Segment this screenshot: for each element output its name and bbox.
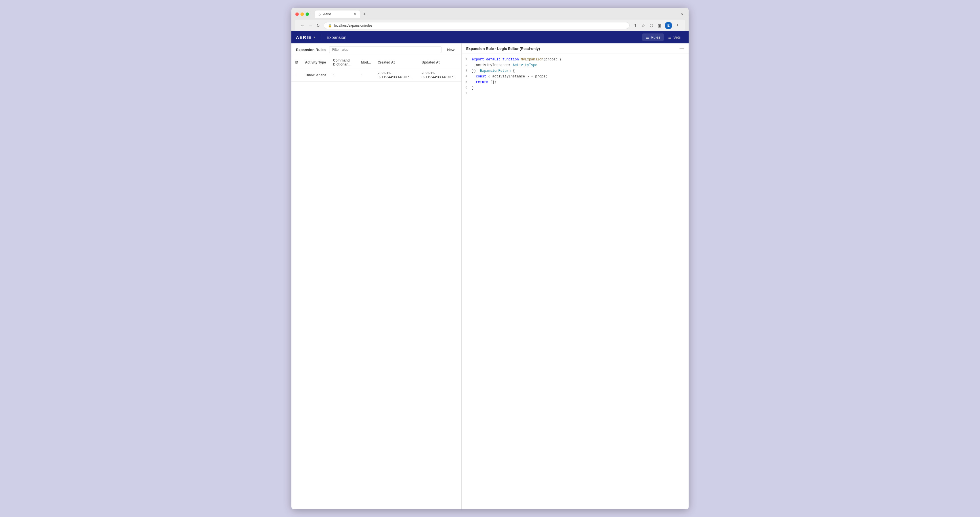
- line-number: 1: [461, 57, 472, 61]
- code-line: 3}): ExpansionReturn {: [461, 69, 689, 74]
- table-body: 1 ThrowBanana 1 1 2022-11-09T19:44:33.44…: [291, 69, 461, 82]
- rules-table: ID Activity Type Command Dictionar... Mo…: [291, 56, 461, 82]
- app-section-title: Expansion: [326, 35, 347, 40]
- code-editor: 1export default function MyExpansion(pro…: [461, 54, 689, 509]
- back-button[interactable]: ←: [299, 23, 305, 29]
- bookmark-button[interactable]: ☆: [640, 23, 646, 29]
- header-nav: ☰ Rules ☰ Sets: [642, 33, 684, 41]
- sets-label: Sets: [673, 35, 681, 40]
- share-button[interactable]: ⬆: [632, 23, 638, 29]
- rules-label: Rules: [651, 35, 660, 40]
- app-logo[interactable]: AERIE ▾: [296, 35, 315, 40]
- right-panel: Expansion Rule - Logic Editor (Read-only…: [461, 43, 689, 509]
- line-content: }: [472, 86, 689, 90]
- browser-tab[interactable]: ◇ Aerie ×: [315, 11, 360, 18]
- browser-chrome: ◇ Aerie × + ∨ ← → ↻ 🔒 localhost/expansio…: [291, 8, 689, 31]
- line-number: 6: [461, 86, 472, 89]
- filter-rules-input[interactable]: [329, 46, 441, 53]
- cell-mod: 1: [358, 69, 374, 82]
- line-number: 7: [461, 92, 472, 95]
- cell-id: 1: [291, 69, 302, 82]
- line-number: 2: [461, 63, 472, 67]
- editor-title: Expansion Rule - Logic Editor (Read-only…: [466, 46, 540, 51]
- tab-bar: ◇ Aerie × +: [315, 11, 678, 18]
- traffic-light-yellow[interactable]: [301, 13, 304, 16]
- line-number: 4: [461, 75, 472, 78]
- line-content: return [];: [472, 80, 689, 84]
- left-panel: Expansion Rules New ID Activity Type Com…: [291, 43, 461, 509]
- tab-title: Aerie: [323, 12, 331, 16]
- address-input[interactable]: 🔒 localhost/expansion/rules: [324, 22, 630, 29]
- code-line: 7: [461, 91, 689, 97]
- toolbar-actions: ⬆ ☆ ⬡ ▣ E ⋮: [632, 22, 681, 29]
- tab-close-button[interactable]: ×: [354, 13, 356, 16]
- app-header: AERIE ▾ Expansion ☰ Rules ☰ Sets: [291, 31, 689, 43]
- logo-chevron-icon: ▾: [313, 36, 315, 39]
- app-content: AERIE ▾ Expansion ☰ Rules ☰ Sets: [291, 31, 689, 509]
- menu-button[interactable]: ⋮: [675, 23, 681, 29]
- browser-titlebar: ◇ Aerie × + ∨: [295, 11, 685, 18]
- sidebar-button[interactable]: ▣: [657, 23, 662, 29]
- col-activity-type: Activity Type: [302, 56, 330, 69]
- cell-updated-at: 2022-11-09T19:44:33.448737+: [418, 69, 461, 82]
- forward-button[interactable]: →: [307, 23, 313, 29]
- nav-rules-button[interactable]: ☰ Rules: [642, 33, 663, 41]
- line-number: 5: [461, 80, 472, 84]
- panel-title: Expansion Rules: [296, 48, 326, 52]
- line-number: 3: [461, 69, 472, 72]
- code-line: 2 activityInstance: ActivityType: [461, 63, 689, 69]
- col-updated-at: Updated At: [418, 56, 461, 69]
- editor-close-button[interactable]: —: [679, 46, 684, 51]
- new-rule-button[interactable]: New: [445, 46, 457, 53]
- code-line: 6}: [461, 86, 689, 91]
- lock-icon: 🔒: [328, 24, 332, 27]
- nav-sets-button[interactable]: ☰ Sets: [665, 33, 684, 41]
- avatar[interactable]: E: [665, 22, 672, 29]
- line-content: activityInstance: ActivityType: [472, 63, 689, 67]
- new-tab-button[interactable]: +: [361, 12, 368, 17]
- panel-header: Expansion Rules New: [291, 43, 461, 56]
- cell-activity-type: ThrowBanana: [302, 69, 330, 82]
- logo-text: AERIE: [296, 35, 312, 40]
- cell-created-at: 2022-11-09T19:44:33.448737...: [374, 69, 418, 82]
- rules-icon: ☰: [646, 35, 649, 40]
- tab-dropdown-button[interactable]: ∨: [680, 11, 685, 17]
- tab-favicon: ◇: [319, 13, 321, 16]
- extensions-button[interactable]: ⬡: [649, 23, 654, 29]
- editor-header: Expansion Rule - Logic Editor (Read-only…: [461, 43, 689, 54]
- col-command-dictionary: Command Dictionar...: [330, 56, 358, 69]
- browser-window: ◇ Aerie × + ∨ ← → ↻ 🔒 localhost/expansio…: [291, 8, 689, 509]
- traffic-lights: [295, 13, 309, 16]
- col-created-at: Created At: [374, 56, 418, 69]
- cell-command-dictionary: 1: [330, 69, 358, 82]
- traffic-light-red[interactable]: [295, 13, 299, 16]
- refresh-button[interactable]: ↻: [315, 23, 321, 29]
- table-header: ID Activity Type Command Dictionar... Mo…: [291, 56, 461, 69]
- address-bar: ← → ↻ 🔒 localhost/expansion/rules ⬆ ☆ ⬡ …: [295, 20, 685, 31]
- table-row[interactable]: 1 ThrowBanana 1 1 2022-11-09T19:44:33.44…: [291, 69, 461, 82]
- sets-icon: ☰: [668, 35, 671, 40]
- col-mod: Mod...: [358, 56, 374, 69]
- code-line: 1export default function MyExpansion(pro…: [461, 57, 689, 63]
- traffic-light-green[interactable]: [305, 13, 309, 16]
- code-line: 4 const { activityInstance } = props;: [461, 74, 689, 80]
- col-id: ID: [291, 56, 302, 69]
- nav-buttons: ← → ↻: [299, 23, 321, 29]
- address-text: localhost/expansion/rules: [334, 24, 372, 27]
- code-line: 5 return [];: [461, 80, 689, 86]
- line-content: }): ExpansionReturn {: [472, 69, 689, 73]
- line-content: const { activityInstance } = props;: [472, 75, 689, 79]
- main-layout: Expansion Rules New ID Activity Type Com…: [291, 43, 689, 509]
- line-content: export default function MyExpansion(prop…: [472, 57, 689, 62]
